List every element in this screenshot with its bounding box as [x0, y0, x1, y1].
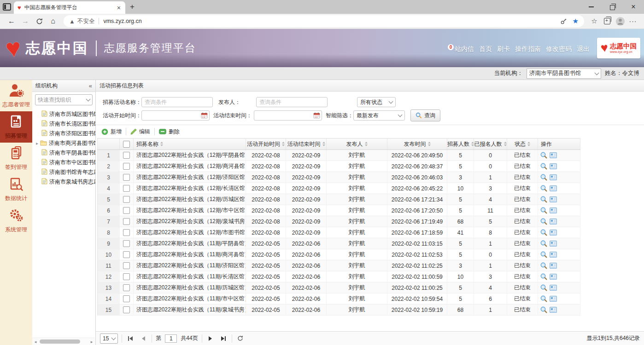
column-header-4[interactable]: 发布时间 — [387, 138, 447, 150]
roster-card-icon[interactable] — [550, 152, 557, 158]
column-header-5[interactable]: 招募人数 — [447, 138, 474, 150]
org-tree-item-4[interactable]: 济南市平阴县图书馆 — [41, 148, 95, 158]
select-all-checkbox[interactable] — [123, 141, 130, 148]
browser-menu-button[interactable]: ··· — [626, 15, 639, 28]
view-detail-icon[interactable] — [540, 229, 547, 236]
new-tab-button[interactable]: + — [125, 0, 139, 14]
column-header-7[interactable]: 状态 — [507, 138, 538, 150]
forward-button[interactable]: → — [18, 15, 32, 28]
password-key-icon[interactable] — [560, 18, 567, 25]
row-checkbox[interactable] — [123, 207, 130, 214]
table-row[interactable]: 12济图志愿2022寒期社会实践（11期/长清区馆）2022-02-052022… — [98, 271, 580, 282]
view-detail-icon[interactable] — [540, 306, 547, 313]
refresh-button[interactable] — [32, 15, 46, 28]
query-button[interactable]: 查询 — [410, 109, 440, 121]
row-checkbox[interactable] — [123, 163, 130, 170]
roster-card-icon[interactable] — [550, 185, 557, 191]
org-tree-item-6[interactable]: 济南图书馆青年志愿服 — [41, 167, 95, 177]
view-detail-icon[interactable] — [540, 185, 547, 192]
page-number-input[interactable] — [165, 334, 177, 343]
scrollbar-thumb[interactable] — [40, 339, 80, 344]
tree-horizontal-scrollbar[interactable]: ◂ ▸ — [32, 338, 95, 345]
edit-button[interactable]: 编辑 — [130, 128, 150, 136]
sidebar-item-checkin-mgmt[interactable]: 签到管理 — [0, 143, 32, 174]
table-row[interactable]: 15济图志愿2022寒期社会实践（11期/泉城书房）2022-02-052022… — [98, 305, 580, 316]
collapse-panel-icon[interactable]: « — [89, 80, 92, 92]
view-detail-icon[interactable] — [540, 284, 547, 291]
row-checkbox[interactable] — [123, 152, 130, 159]
roster-card-icon[interactable] — [550, 207, 557, 213]
banner-nav-link-0[interactable]: 站内信 — [455, 45, 474, 53]
column-header-2[interactable]: 活动结束时间 — [286, 138, 327, 150]
table-row[interactable]: 8济图志愿2022寒期社会实践（12期/市图书馆）2022-02-082022-… — [98, 227, 580, 238]
calendar-icon[interactable] — [201, 112, 208, 120]
address-bar[interactable]: ▲ 不安全 vms.zyz.org.cn ★ — [64, 15, 584, 27]
last-page-button[interactable] — [219, 334, 228, 343]
banner-nav-link-5[interactable]: 退出 — [577, 45, 590, 53]
org-tree-item-7[interactable]: 济南市泉城书房志愿者 — [41, 177, 95, 187]
start-time-input[interactable] — [141, 110, 210, 121]
view-detail-icon[interactable] — [540, 207, 547, 214]
view-detail-icon[interactable] — [540, 152, 547, 159]
sidebar-item-data-stats[interactable]: 数据统计 — [0, 174, 32, 205]
row-checkbox[interactable] — [123, 185, 130, 192]
publisher-input[interactable] — [256, 97, 328, 107]
scroll-right-icon[interactable]: ▸ — [88, 339, 95, 344]
close-button[interactable]: × — [623, 0, 644, 14]
row-checkbox[interactable] — [123, 251, 130, 258]
restore-button[interactable] — [602, 0, 623, 14]
roster-card-icon[interactable] — [550, 263, 557, 269]
banner-nav-link-4[interactable]: 修改密码 — [546, 45, 572, 53]
sidebar-item-volunteer-mgmt[interactable]: 志愿者管理 — [0, 80, 32, 111]
profile-avatar[interactable] — [614, 15, 626, 28]
column-header-3[interactable]: 发布人 — [327, 138, 387, 150]
current-org-select[interactable]: 济南市平阴县图书馆 — [527, 69, 601, 79]
roster-card-icon[interactable] — [550, 307, 557, 313]
table-row[interactable]: 2济图志愿2022寒期社会实践（12期/商河县馆）2022-02-082022-… — [98, 161, 580, 172]
roster-card-icon[interactable] — [550, 163, 557, 169]
expand-arrow-icon[interactable]: ▸ — [36, 141, 38, 146]
row-checkbox[interactable] — [123, 295, 130, 302]
prev-page-button[interactable] — [139, 334, 148, 343]
row-checkbox[interactable] — [123, 306, 130, 313]
favorites-bar-icon[interactable]: ☆ — [588, 15, 601, 28]
row-checkbox[interactable] — [123, 174, 130, 181]
table-row[interactable]: 7济图志愿2022寒期社会实践（12期/泉城书房）2022-02-082022-… — [98, 216, 580, 227]
table-row[interactable]: 5济图志愿2022寒期社会实践（12期/历城区馆）2022-02-082022-… — [98, 194, 580, 205]
sidebar-item-recruit-mgmt[interactable]: 招募管理 — [0, 111, 32, 143]
view-detail-icon[interactable] — [540, 218, 547, 225]
row-checkbox[interactable] — [123, 284, 130, 291]
minimize-button[interactable] — [580, 0, 602, 14]
table-row[interactable]: 3济图志愿2022寒期社会实践（12期/济阳区馆）2022-02-082022-… — [98, 172, 580, 183]
column-header-1[interactable]: 活动开始时间 — [246, 138, 286, 150]
roster-card-icon[interactable] — [550, 174, 557, 180]
org-tree-item-5[interactable]: 济南市市中区图书馆 — [41, 158, 95, 167]
table-row[interactable]: 10济图志愿2022寒期社会实践（11期/商河县馆）2022-02-052022… — [98, 249, 580, 260]
view-detail-icon[interactable] — [540, 240, 547, 247]
add-button[interactable]: 新增 — [101, 128, 122, 136]
first-page-button[interactable] — [126, 334, 135, 343]
home-button[interactable]: ⌂ — [46, 15, 60, 28]
row-checkbox[interactable] — [123, 262, 130, 269]
roster-card-icon[interactable] — [550, 274, 557, 280]
scroll-left-icon[interactable]: ◂ — [32, 339, 39, 344]
org-tree-item-1[interactable]: 济南市长清区图书馆 — [41, 119, 95, 129]
view-detail-icon[interactable] — [540, 163, 547, 170]
roster-card-icon[interactable] — [550, 252, 557, 258]
roster-card-icon[interactable] — [550, 196, 557, 202]
roster-card-icon[interactable] — [550, 285, 557, 291]
row-checkbox[interactable] — [123, 240, 130, 247]
view-detail-icon[interactable] — [540, 273, 547, 280]
banner-nav-link-2[interactable]: 刷卡 — [497, 45, 510, 53]
view-detail-icon[interactable] — [540, 262, 547, 269]
table-row[interactable]: 1济图志愿2022寒期社会实践（12期/平阴县馆）2022-02-082022-… — [98, 150, 580, 161]
tab-actions-button[interactable] — [0, 0, 14, 14]
activity-name-input[interactable] — [141, 97, 213, 107]
org-tree-item-2[interactable]: 济南市济阳区图书馆 — [41, 129, 95, 138]
end-time-input[interactable] — [254, 110, 322, 121]
roster-card-icon[interactable] — [550, 241, 557, 247]
row-checkbox[interactable] — [123, 218, 130, 225]
page-size-select[interactable]: 15 — [100, 334, 118, 344]
status-select[interactable]: 所有状态 — [357, 97, 396, 107]
banner-nav-link-1[interactable]: 首页 — [479, 45, 492, 53]
